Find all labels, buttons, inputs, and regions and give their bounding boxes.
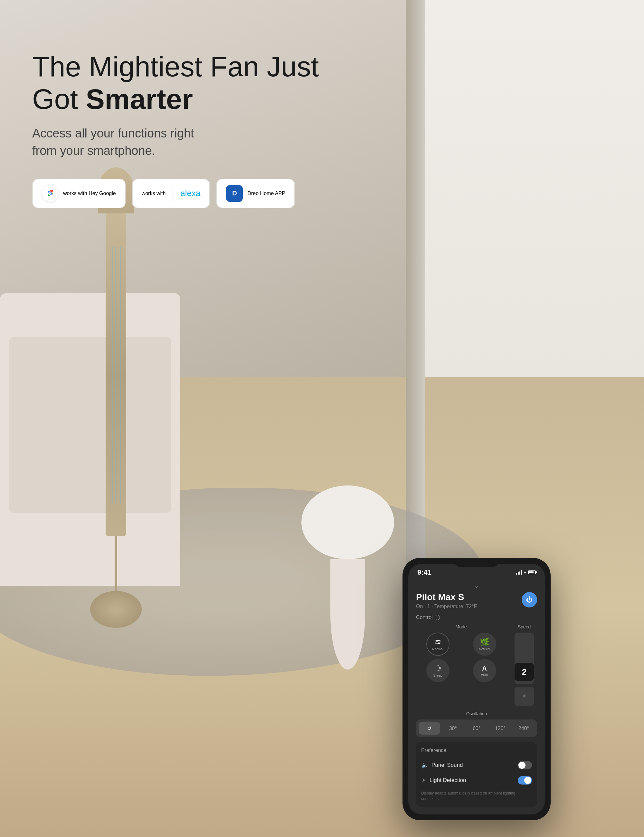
phone-screen: 9:41 ▾	[408, 564, 545, 814]
device-name: Pilot Max S	[416, 592, 477, 602]
osc-btn-120[interactable]: 120°	[490, 722, 511, 735]
panel-sound-toggle[interactable]	[518, 761, 532, 770]
device-info: Pilot Max S On · 1 · Temperature: 72°F	[416, 592, 477, 609]
fan-icon: ✦	[521, 692, 527, 701]
panel-sound-label: Panel Sound	[432, 762, 463, 768]
battery-icon	[528, 570, 536, 574]
toggle-knob	[518, 762, 526, 769]
pref-note: Display adapts automatically based on am…	[421, 791, 532, 802]
preference-section: Preference 🔈 Panel Sound	[416, 742, 537, 807]
control-label: Control i	[416, 615, 537, 620]
google-badge-small: works with	[63, 190, 87, 196]
pref-item-panel-sound: 🔈 Panel Sound	[421, 758, 532, 773]
google-icon: G	[42, 185, 59, 202]
signal-icon	[516, 570, 522, 574]
control-section: Control i Mode ≋ N	[416, 615, 537, 706]
toggle-knob-light	[524, 777, 531, 784]
mode-btn-natural[interactable]: 🌿 Natural	[473, 633, 496, 656]
hero-subtitle: Access all your functions right from you…	[32, 125, 219, 159]
speed-slider[interactable]: 2	[514, 633, 534, 684]
wifi-icon: ▾	[524, 570, 526, 575]
info-icon[interactable]: i	[435, 615, 440, 620]
normal-mode-icon: ≋	[435, 637, 441, 647]
phone-mockup: 9:41 ▾	[402, 558, 550, 820]
google-badge-text: works with Hey Google	[63, 190, 116, 196]
hero-title-bold: Smarter	[85, 83, 193, 115]
dreo-badge-small: APP	[275, 190, 285, 196]
light-detection-icon: ☀	[421, 777, 426, 784]
mode-speed-row: Mode ≋ Normal 🌿	[416, 624, 537, 706]
mode-section: Mode ≋ Normal 🌿	[416, 624, 506, 706]
alexa-badge-small: works	[142, 190, 155, 196]
speed-section: Speed 2 ✦	[511, 624, 537, 706]
natural-mode-label: Natural	[479, 647, 490, 651]
preference-title: Preference	[421, 747, 532, 753]
osc-btn-240[interactable]: 240°	[513, 722, 534, 735]
pref-item-light-detection: ☀ Light Detection	[421, 773, 532, 788]
osc-btn-30[interactable]: 30°	[442, 722, 464, 735]
badge-dreo: D Dreo Home APP	[216, 179, 295, 208]
sleep-mode-label: Sleep	[433, 673, 442, 677]
osc-loop-icon: ↺	[427, 725, 432, 731]
oscillation-section: Oscillation ↺ 30° 60° 120° 240°	[416, 711, 537, 737]
status-time: 9:41	[417, 568, 432, 576]
natural-mode-icon: 🌿	[480, 637, 490, 647]
badge-alexa: works with alexa	[132, 179, 210, 208]
google-badge-big: Hey Google	[89, 190, 116, 196]
app-content: ⌄ Pilot Max S On · 1 · Temperature: 72°F…	[408, 579, 545, 814]
content-overlay: The Mightiest Fan Just Got Smarter Acces…	[0, 0, 644, 837]
osc-btn-60[interactable]: 60°	[466, 722, 487, 735]
badge-google: G works with Hey Google	[32, 179, 126, 208]
hero-title: The Mightiest Fan Just Got Smarter	[32, 50, 367, 115]
alexa-divider	[172, 185, 173, 202]
light-detection-toggle[interactable]	[518, 776, 532, 784]
dreo-icon: D	[226, 185, 243, 202]
speed-label: Speed	[511, 624, 537, 629]
mode-grid: ≋ Normal 🌿 Natural	[416, 633, 506, 682]
oscillation-label: Oscillation	[416, 711, 537, 716]
svg-text:G: G	[49, 191, 53, 196]
dreo-badge-text: Dreo Home APP	[247, 190, 285, 196]
speed-number: 2	[522, 667, 526, 677]
device-status: On · 1 · Temperature: 72°F	[416, 604, 477, 609]
auto-mode-label: Auto	[481, 673, 488, 677]
light-detection-label: Light Detection	[430, 777, 466, 784]
oscillation-buttons: ↺ 30° 60° 120° 240°	[416, 719, 537, 737]
phone-notch	[454, 558, 499, 567]
auto-mode-icon: A	[482, 665, 486, 672]
sleep-mode-icon: ☽	[434, 664, 442, 673]
osc-btn-loop[interactable]: ↺	[419, 722, 440, 735]
normal-mode-label: Normal	[432, 647, 444, 651]
alexa-logo-text: alexa	[180, 188, 200, 198]
dreo-badge-big: Dreo Home	[247, 190, 274, 196]
app-header: Pilot Max S On · 1 · Temperature: 72°F ⏻	[416, 592, 537, 609]
alexa-badge-small2: with	[156, 190, 166, 196]
hero-text-section: The Mightiest Fan Just Got Smarter Acces…	[32, 50, 367, 208]
phone-container: 9:41 ▾	[341, 558, 612, 820]
power-button[interactable]: ⏻	[522, 592, 537, 607]
mode-btn-sleep[interactable]: ☽ Sleep	[426, 659, 450, 682]
status-icons: ▾	[516, 570, 536, 575]
integration-badges: G works with Hey Google works with alexa	[32, 179, 367, 208]
mode-label: Mode	[416, 624, 506, 629]
panel-sound-icon: 🔈	[421, 762, 428, 769]
mode-btn-auto[interactable]: A Auto	[473, 659, 496, 682]
alexa-badge-text-left: works with	[142, 190, 166, 196]
mode-btn-normal[interactable]: ≋ Normal	[426, 633, 450, 656]
speed-value-display: 2	[514, 663, 534, 681]
speed-fan-display: ✦	[514, 687, 534, 706]
chevron-down-icon[interactable]: ⌄	[416, 582, 537, 592]
